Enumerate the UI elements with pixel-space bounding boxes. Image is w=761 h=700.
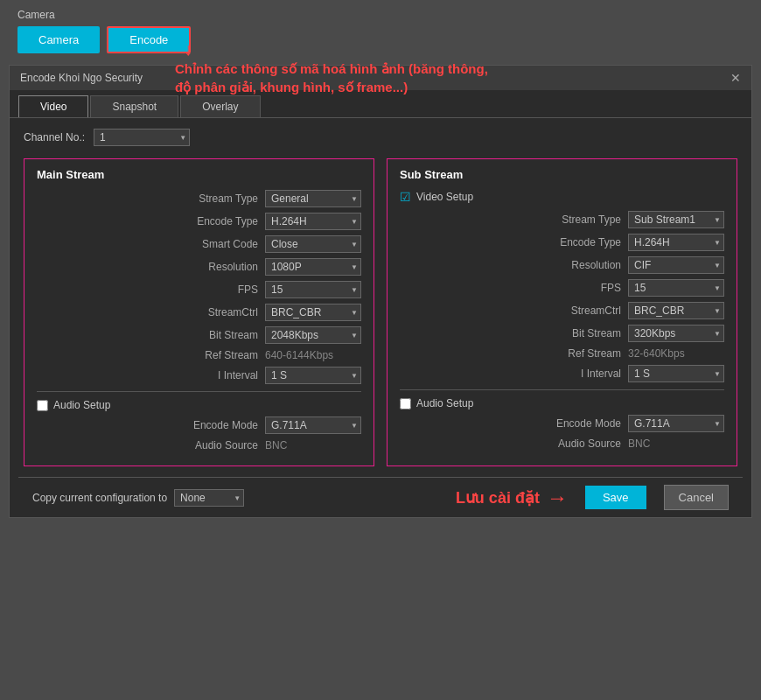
sub-bitstream-select[interactable]: 320Kbps xyxy=(628,325,724,342)
save-button[interactable]: Save xyxy=(585,486,646,509)
sub-encode-type-label: Encode Type xyxy=(542,236,621,248)
sub-stream-box: Sub Stream ☑ Video Setup Stream Type Sub… xyxy=(387,158,737,466)
dialog-body: Channel No.: 1 Main Stream Stream Type G… xyxy=(10,118,751,477)
sub-audio-setup-row: Audio Setup xyxy=(400,397,724,410)
sub-stream-type-label: Stream Type xyxy=(542,214,621,226)
sub-streamctrl-label: StreamCtrl xyxy=(542,304,621,317)
main-bitstream-row: Bit Stream 2048Kbps xyxy=(37,326,361,344)
main-fps-select[interactable]: 15 xyxy=(265,281,361,298)
copy-select[interactable]: None xyxy=(174,489,244,507)
main-iinterval-select[interactable]: 1 S xyxy=(265,367,361,384)
main-audio-setup-checkbox[interactable] xyxy=(37,400,48,411)
sub-streamctrl-select[interactable]: BRC_CBR xyxy=(628,302,724,319)
main-stream-type-label: Stream Type xyxy=(179,192,258,205)
save-annotation-text: Lưu cài đặt xyxy=(456,488,540,508)
tab-overlay[interactable]: Overlay xyxy=(180,95,260,117)
main-stream-title: Main Stream xyxy=(37,168,361,181)
sub-audio-setup-label: Audio Setup xyxy=(416,397,473,410)
main-bitstream-select[interactable]: 2048Kbps xyxy=(265,326,361,344)
sub-resolution-row: Resolution CIF xyxy=(400,256,724,274)
main-smart-code-row: Smart Code Close xyxy=(37,235,361,253)
main-encode-type-select[interactable]: H.264H xyxy=(265,213,361,230)
main-streamctrl-row: StreamCtrl BRC_CBR xyxy=(37,304,361,321)
bottom-bar: Copy current configuration to None Lưu c… xyxy=(18,477,743,517)
annotation-arrow: ↓ xyxy=(184,39,488,60)
main-streamctrl-select[interactable]: BRC_CBR xyxy=(265,304,361,321)
camera-button[interactable]: Camera xyxy=(17,26,100,53)
main-refstream-label: Ref Stream xyxy=(179,349,258,361)
main-stream-type-select[interactable]: General xyxy=(265,190,361,207)
main-audiosource-row: Audio Source BNC xyxy=(37,439,361,452)
main-resolution-select[interactable]: 1080P xyxy=(265,258,361,276)
main-encodemode-row: Encode Mode G.711A xyxy=(37,416,361,434)
main-encode-type-row: Encode Type H.264H xyxy=(37,213,361,230)
sub-fps-select[interactable]: 15 xyxy=(628,279,724,297)
main-streamctrl-label: StreamCtrl xyxy=(179,306,258,318)
annotation-text: Chỉnh các thông số mã hoá hình ảnh (băng… xyxy=(175,60,488,96)
sub-separator xyxy=(400,389,724,390)
main-refstream-row: Ref Stream 640-6144Kbps xyxy=(37,349,361,361)
annotation-box: ↓ Chỉnh các thông số mã hoá hình ảnh (bă… xyxy=(175,39,488,96)
tab-video[interactable]: Video xyxy=(18,95,88,117)
sub-iinterval-row: I Interval 1 S xyxy=(400,365,724,382)
sub-refstream-value: 32-640Kbps xyxy=(628,347,724,360)
channel-select[interactable]: 1 xyxy=(94,129,190,146)
sub-encodemode-select[interactable]: G.711A xyxy=(628,415,724,432)
main-audiosource-label: Audio Source xyxy=(179,439,258,452)
sub-streamctrl-row: StreamCtrl BRC_CBR xyxy=(400,302,724,319)
sub-stream-type-row: Stream Type Sub Stream1 xyxy=(400,211,724,228)
streams-row: Main Stream Stream Type General Encode T… xyxy=(24,158,737,466)
sub-fps-label: FPS xyxy=(542,282,621,294)
sub-audio-setup-checkbox[interactable] xyxy=(400,398,411,410)
main-bitstream-label: Bit Stream xyxy=(179,329,258,341)
main-stream-box: Main Stream Stream Type General Encode T… xyxy=(24,158,374,466)
channel-label: Channel No.: xyxy=(24,131,85,144)
camera-label: Camera xyxy=(17,9,744,21)
main-audiosource-value: BNC xyxy=(265,439,361,452)
sub-fps-row: FPS 15 xyxy=(400,279,724,297)
main-encode-type-label: Encode Type xyxy=(179,215,258,228)
sub-bitstream-label: Bit Stream xyxy=(542,327,621,340)
main-iinterval-label: I Interval xyxy=(179,369,258,382)
sub-encode-type-row: Encode Type H.264H xyxy=(400,234,724,251)
sub-audiosource-value: BNC xyxy=(628,438,724,450)
sub-encode-type-select[interactable]: H.264H xyxy=(628,234,724,251)
top-area: Camera Camera Encode ↓ Chỉnh các thông s… xyxy=(0,0,761,65)
close-icon[interactable]: ✕ xyxy=(730,71,741,85)
main-resolution-label: Resolution xyxy=(179,261,258,273)
sub-resolution-label: Resolution xyxy=(542,259,621,271)
sub-refstream-row: Ref Stream 32-640Kbps xyxy=(400,347,724,360)
tab-snapshot[interactable]: Snapshot xyxy=(90,95,178,117)
sub-audiosource-label: Audio Source xyxy=(542,438,621,450)
sub-video-setup-row: ☑ Video Setup xyxy=(400,190,724,204)
sub-resolution-select[interactable]: CIF xyxy=(628,256,724,274)
main-smart-code-label: Smart Code xyxy=(179,238,258,250)
save-annotation: Lưu cài đặt → xyxy=(456,486,568,510)
main-stream-type-wrapper: General xyxy=(265,190,361,207)
sub-stream-title: Sub Stream xyxy=(400,168,724,181)
sub-encodemode-label: Encode Mode xyxy=(542,417,621,430)
main-fps-row: FPS 15 xyxy=(37,281,361,298)
dialog-title: Encode Khoi Ngo Security xyxy=(20,72,143,84)
main-smart-code-select[interactable]: Close xyxy=(265,235,361,253)
sub-bitstream-row: Bit Stream 320Kbps xyxy=(400,325,724,342)
main-fps-label: FPS xyxy=(179,284,258,296)
main-separator xyxy=(37,391,361,392)
copy-label: Copy current configuration to xyxy=(32,492,167,504)
sub-video-setup-check-icon: ☑ xyxy=(400,190,411,204)
main-resolution-row: Resolution 1080P xyxy=(37,258,361,276)
bottom-actions: Lưu cài đặt → Save Cancel xyxy=(456,485,729,510)
channel-row: Channel No.: 1 xyxy=(24,129,737,146)
sub-iinterval-label: I Interval xyxy=(542,368,621,380)
sub-audiosource-row: Audio Source BNC xyxy=(400,438,724,450)
main-refstream-value: 640-6144Kbps xyxy=(265,349,361,361)
sub-iinterval-select[interactable]: 1 S xyxy=(628,365,724,382)
sub-stream-type-select[interactable]: Sub Stream1 xyxy=(628,211,724,228)
main-audio-setup-label: Audio Setup xyxy=(53,399,110,411)
main-audio-setup-row: Audio Setup xyxy=(37,399,361,411)
main-stream-type-row: Stream Type General xyxy=(37,190,361,207)
main-encodemode-select[interactable]: G.711A xyxy=(265,416,361,434)
main-encodemode-label: Encode Mode xyxy=(179,419,258,431)
sub-video-setup-label: Video Setup xyxy=(416,191,473,203)
cancel-button[interactable]: Cancel xyxy=(664,485,729,510)
